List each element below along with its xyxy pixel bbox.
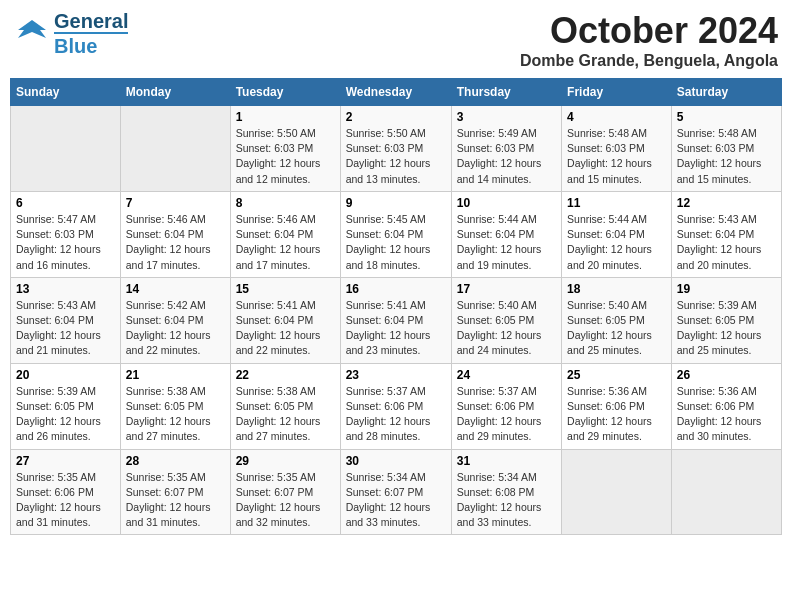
day-info: Sunrise: 5:46 AM Sunset: 6:04 PM Dayligh… bbox=[126, 212, 225, 273]
day-number: 9 bbox=[346, 196, 446, 210]
calendar-cell: 5Sunrise: 5:48 AM Sunset: 6:03 PM Daylig… bbox=[671, 106, 781, 192]
day-info: Sunrise: 5:41 AM Sunset: 6:04 PM Dayligh… bbox=[346, 298, 446, 359]
day-info: Sunrise: 5:43 AM Sunset: 6:04 PM Dayligh… bbox=[16, 298, 115, 359]
calendar-table: SundayMondayTuesdayWednesdayThursdayFrid… bbox=[10, 78, 782, 535]
day-number: 8 bbox=[236, 196, 335, 210]
calendar-cell: 22Sunrise: 5:38 AM Sunset: 6:05 PM Dayli… bbox=[230, 363, 340, 449]
day-number: 5 bbox=[677, 110, 776, 124]
day-number: 2 bbox=[346, 110, 446, 124]
calendar-cell: 29Sunrise: 5:35 AM Sunset: 6:07 PM Dayli… bbox=[230, 449, 340, 535]
title-block: October 2024 Dombe Grande, Benguela, Ang… bbox=[520, 10, 778, 70]
calendar-cell: 25Sunrise: 5:36 AM Sunset: 6:06 PM Dayli… bbox=[562, 363, 672, 449]
day-info: Sunrise: 5:38 AM Sunset: 6:05 PM Dayligh… bbox=[126, 384, 225, 445]
day-info: Sunrise: 5:35 AM Sunset: 6:07 PM Dayligh… bbox=[236, 470, 335, 531]
calendar-cell bbox=[11, 106, 121, 192]
col-header-sunday: Sunday bbox=[11, 79, 121, 106]
day-info: Sunrise: 5:50 AM Sunset: 6:03 PM Dayligh… bbox=[346, 126, 446, 187]
calendar-cell bbox=[562, 449, 672, 535]
calendar-cell: 8Sunrise: 5:46 AM Sunset: 6:04 PM Daylig… bbox=[230, 191, 340, 277]
day-info: Sunrise: 5:48 AM Sunset: 6:03 PM Dayligh… bbox=[677, 126, 776, 187]
day-info: Sunrise: 5:48 AM Sunset: 6:03 PM Dayligh… bbox=[567, 126, 666, 187]
day-info: Sunrise: 5:36 AM Sunset: 6:06 PM Dayligh… bbox=[677, 384, 776, 445]
day-number: 16 bbox=[346, 282, 446, 296]
day-info: Sunrise: 5:45 AM Sunset: 6:04 PM Dayligh… bbox=[346, 212, 446, 273]
calendar-cell: 26Sunrise: 5:36 AM Sunset: 6:06 PM Dayli… bbox=[671, 363, 781, 449]
day-number: 11 bbox=[567, 196, 666, 210]
day-number: 23 bbox=[346, 368, 446, 382]
calendar-cell: 15Sunrise: 5:41 AM Sunset: 6:04 PM Dayli… bbox=[230, 277, 340, 363]
calendar-cell: 23Sunrise: 5:37 AM Sunset: 6:06 PM Dayli… bbox=[340, 363, 451, 449]
calendar-cell: 2Sunrise: 5:50 AM Sunset: 6:03 PM Daylig… bbox=[340, 106, 451, 192]
day-info: Sunrise: 5:34 AM Sunset: 6:07 PM Dayligh… bbox=[346, 470, 446, 531]
page-title: October 2024 bbox=[520, 10, 778, 52]
day-info: Sunrise: 5:35 AM Sunset: 6:06 PM Dayligh… bbox=[16, 470, 115, 531]
logo-text-block: General Blue bbox=[54, 10, 128, 57]
day-number: 10 bbox=[457, 196, 556, 210]
calendar-cell: 17Sunrise: 5:40 AM Sunset: 6:05 PM Dayli… bbox=[451, 277, 561, 363]
day-number: 20 bbox=[16, 368, 115, 382]
calendar-cell: 14Sunrise: 5:42 AM Sunset: 6:04 PM Dayli… bbox=[120, 277, 230, 363]
calendar-cell: 16Sunrise: 5:41 AM Sunset: 6:04 PM Dayli… bbox=[340, 277, 451, 363]
day-number: 12 bbox=[677, 196, 776, 210]
day-info: Sunrise: 5:37 AM Sunset: 6:06 PM Dayligh… bbox=[457, 384, 556, 445]
day-number: 6 bbox=[16, 196, 115, 210]
day-info: Sunrise: 5:44 AM Sunset: 6:04 PM Dayligh… bbox=[457, 212, 556, 273]
logo-general: General bbox=[54, 10, 128, 32]
logo-icon bbox=[14, 16, 50, 52]
day-info: Sunrise: 5:46 AM Sunset: 6:04 PM Dayligh… bbox=[236, 212, 335, 273]
day-info: Sunrise: 5:42 AM Sunset: 6:04 PM Dayligh… bbox=[126, 298, 225, 359]
day-number: 26 bbox=[677, 368, 776, 382]
day-info: Sunrise: 5:37 AM Sunset: 6:06 PM Dayligh… bbox=[346, 384, 446, 445]
col-header-saturday: Saturday bbox=[671, 79, 781, 106]
svg-marker-0 bbox=[18, 20, 46, 38]
calendar-cell: 3Sunrise: 5:49 AM Sunset: 6:03 PM Daylig… bbox=[451, 106, 561, 192]
calendar-cell: 9Sunrise: 5:45 AM Sunset: 6:04 PM Daylig… bbox=[340, 191, 451, 277]
day-number: 29 bbox=[236, 454, 335, 468]
calendar-cell bbox=[671, 449, 781, 535]
day-number: 18 bbox=[567, 282, 666, 296]
day-number: 24 bbox=[457, 368, 556, 382]
day-number: 3 bbox=[457, 110, 556, 124]
calendar-cell: 27Sunrise: 5:35 AM Sunset: 6:06 PM Dayli… bbox=[11, 449, 121, 535]
day-number: 22 bbox=[236, 368, 335, 382]
day-number: 15 bbox=[236, 282, 335, 296]
calendar-cell: 1Sunrise: 5:50 AM Sunset: 6:03 PM Daylig… bbox=[230, 106, 340, 192]
day-number: 4 bbox=[567, 110, 666, 124]
calendar-cell: 18Sunrise: 5:40 AM Sunset: 6:05 PM Dayli… bbox=[562, 277, 672, 363]
day-number: 1 bbox=[236, 110, 335, 124]
day-info: Sunrise: 5:43 AM Sunset: 6:04 PM Dayligh… bbox=[677, 212, 776, 273]
day-info: Sunrise: 5:39 AM Sunset: 6:05 PM Dayligh… bbox=[677, 298, 776, 359]
day-info: Sunrise: 5:36 AM Sunset: 6:06 PM Dayligh… bbox=[567, 384, 666, 445]
calendar-cell: 4Sunrise: 5:48 AM Sunset: 6:03 PM Daylig… bbox=[562, 106, 672, 192]
day-number: 13 bbox=[16, 282, 115, 296]
day-number: 31 bbox=[457, 454, 556, 468]
day-number: 14 bbox=[126, 282, 225, 296]
day-info: Sunrise: 5:44 AM Sunset: 6:04 PM Dayligh… bbox=[567, 212, 666, 273]
day-number: 28 bbox=[126, 454, 225, 468]
day-info: Sunrise: 5:50 AM Sunset: 6:03 PM Dayligh… bbox=[236, 126, 335, 187]
day-number: 30 bbox=[346, 454, 446, 468]
col-header-wednesday: Wednesday bbox=[340, 79, 451, 106]
calendar-cell: 24Sunrise: 5:37 AM Sunset: 6:06 PM Dayli… bbox=[451, 363, 561, 449]
calendar-cell: 31Sunrise: 5:34 AM Sunset: 6:08 PM Dayli… bbox=[451, 449, 561, 535]
calendar-cell: 7Sunrise: 5:46 AM Sunset: 6:04 PM Daylig… bbox=[120, 191, 230, 277]
calendar-cell: 20Sunrise: 5:39 AM Sunset: 6:05 PM Dayli… bbox=[11, 363, 121, 449]
day-info: Sunrise: 5:40 AM Sunset: 6:05 PM Dayligh… bbox=[567, 298, 666, 359]
page-header: General Blue October 2024 Dombe Grande, … bbox=[10, 10, 782, 70]
day-info: Sunrise: 5:41 AM Sunset: 6:04 PM Dayligh… bbox=[236, 298, 335, 359]
calendar-cell: 19Sunrise: 5:39 AM Sunset: 6:05 PM Dayli… bbox=[671, 277, 781, 363]
day-number: 27 bbox=[16, 454, 115, 468]
day-info: Sunrise: 5:35 AM Sunset: 6:07 PM Dayligh… bbox=[126, 470, 225, 531]
calendar-cell: 13Sunrise: 5:43 AM Sunset: 6:04 PM Dayli… bbox=[11, 277, 121, 363]
day-number: 17 bbox=[457, 282, 556, 296]
day-info: Sunrise: 5:40 AM Sunset: 6:05 PM Dayligh… bbox=[457, 298, 556, 359]
day-number: 25 bbox=[567, 368, 666, 382]
logo: General Blue bbox=[14, 10, 128, 57]
calendar-cell: 12Sunrise: 5:43 AM Sunset: 6:04 PM Dayli… bbox=[671, 191, 781, 277]
day-info: Sunrise: 5:47 AM Sunset: 6:03 PM Dayligh… bbox=[16, 212, 115, 273]
day-info: Sunrise: 5:38 AM Sunset: 6:05 PM Dayligh… bbox=[236, 384, 335, 445]
day-info: Sunrise: 5:39 AM Sunset: 6:05 PM Dayligh… bbox=[16, 384, 115, 445]
day-number: 21 bbox=[126, 368, 225, 382]
col-header-friday: Friday bbox=[562, 79, 672, 106]
col-header-monday: Monday bbox=[120, 79, 230, 106]
